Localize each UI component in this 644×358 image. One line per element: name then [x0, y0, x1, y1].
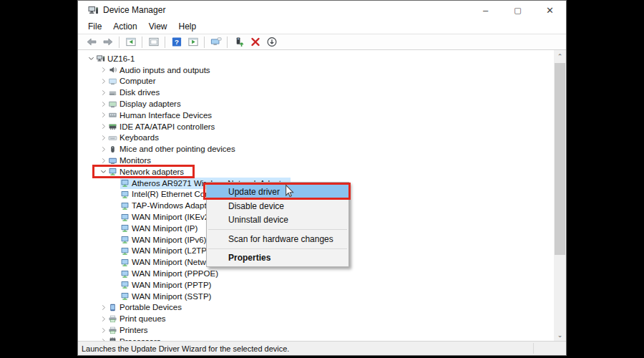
properties-window-icon[interactable] [147, 37, 160, 48]
tree-item[interactable]: WAN Miniport (PPTP) [120, 279, 213, 291]
context-menu-item-uninstall-device[interactable]: Uninstall device [207, 213, 348, 228]
tree-item[interactable]: WAN Miniport (IKEv2) [120, 211, 214, 223]
uninstall-device-icon[interactable] [249, 37, 261, 48]
tree-item-label: WAN Miniport (IP) [132, 224, 197, 233]
tree-row[interactable]: WAN Miniport (PPPOE) [78, 268, 566, 279]
chevron-right-icon[interactable] [99, 133, 108, 142]
tree-item-label: WAN Miniport (L2TP) [132, 246, 210, 255]
context-menu-item-scan-for-hardware-changes[interactable]: Scan for hardware changes [207, 232, 348, 246]
chevron-right-icon[interactable] [99, 77, 108, 86]
help-icon[interactable]: ? [170, 37, 182, 48]
scan-hardware-icon[interactable] [265, 37, 278, 48]
tree-row[interactable]: WAN Miniport (PPTP) [78, 279, 566, 291]
back-arrow-icon[interactable] [85, 37, 97, 48]
chevron-right-icon[interactable] [99, 100, 108, 109]
chevron-down-icon[interactable] [87, 54, 96, 63]
tree-item[interactable]: WAN Miniport (SSTP) [120, 291, 213, 302]
window-title: Device Manager [103, 5, 469, 15]
network-adapter-icon [120, 213, 130, 222]
tree-row[interactable]: Processors [78, 336, 566, 341]
annotation-box-update-driver [203, 183, 351, 200]
close-button[interactable]: ✕ [534, 1, 566, 19]
tree-item-label: Intel(R) Ethernet Conn [132, 190, 214, 198]
network-adapter-icon [120, 223, 130, 233]
context-menu-item-properties[interactable]: Properties [207, 251, 348, 266]
toolbar-separator [204, 37, 205, 48]
network-adapter-icon [120, 291, 130, 301]
tree-item[interactable]: Processors [108, 336, 163, 341]
tree-item[interactable]: UZ16-1 [96, 53, 137, 64]
minimize-button[interactable]: – [469, 1, 502, 19]
tree-item[interactable]: Print queues [108, 313, 168, 324]
show-console-tree-icon[interactable] [125, 37, 137, 48]
scroll-up-icon[interactable]: ⌃ [554, 50, 566, 62]
tree-item[interactable]: Display adapters [108, 98, 183, 110]
tree-row[interactable]: Display adapters [78, 98, 566, 110]
network-adapter-icon [120, 190, 130, 199]
computer-monitor-icon [108, 77, 117, 86]
mouse-cursor-icon [285, 184, 294, 198]
chevron-right-icon[interactable] [99, 314, 108, 324]
tree-item-label: Display adapters [119, 100, 181, 108]
tree-item[interactable]: WAN Miniport (IPv6) [120, 234, 208, 246]
tree-item[interactable]: Intel(R) Ethernet Conn [120, 189, 216, 200]
chevron-right-icon[interactable] [99, 65, 108, 74]
display-adapter-icon [108, 100, 117, 109]
tree-item-label: WAN Miniport (IKEv2) [132, 213, 212, 221]
annotation-box-network-adapters [92, 165, 195, 178]
tree-item[interactable]: IDE ATA/ATAPI controllers [108, 121, 217, 132]
tree-item[interactable]: Mice and other pointing devices [108, 143, 238, 155]
tree-row[interactable]: Disk drives [78, 87, 566, 98]
update-driver-icon[interactable] [233, 37, 245, 48]
tree-item[interactable]: Portable Devices [108, 302, 184, 314]
chevron-right-icon[interactable] [99, 145, 108, 154]
tree-item-label: Disk drives [119, 88, 160, 97]
tree-row[interactable]: Mice and other pointing devices [78, 143, 566, 155]
chevron-right-icon[interactable] [99, 326, 108, 335]
maximize-button[interactable]: ▢ [502, 1, 534, 19]
portable-device-icon [108, 303, 117, 312]
menu-file[interactable]: File [82, 20, 107, 33]
scrollbar-thumb[interactable] [555, 63, 565, 255]
scroll-down-icon[interactable]: ⌄ [554, 329, 566, 341]
tree-item[interactable]: Audio inputs and outputs [108, 64, 213, 76]
chevron-right-icon[interactable] [99, 110, 108, 120]
tree-item[interactable]: WAN Miniport (PPPOE) [120, 268, 220, 279]
tree-row[interactable]: Computer [78, 76, 566, 87]
context-menu-item-disable-device[interactable]: Disable device [207, 199, 348, 213]
tree-item[interactable]: WAN Miniport (IP) [120, 223, 200, 234]
tree-row[interactable]: IDE ATA/ATAPI controllers [78, 121, 566, 132]
chevron-right-icon[interactable] [99, 156, 108, 165]
tree-row[interactable]: Keyboards [78, 132, 566, 144]
tree-row[interactable]: Print queues [78, 313, 566, 324]
chevron-spacer [111, 178, 120, 188]
tree-item[interactable]: Printers [108, 324, 150, 336]
tree-row[interactable]: Printers [78, 324, 566, 336]
tree-row[interactable]: UZ16-1 [78, 53, 566, 64]
vertical-scrollbar[interactable]: ⌃ ⌄ [554, 50, 566, 341]
action-pane-icon[interactable] [187, 37, 199, 48]
tree-item[interactable]: Human Interface Devices [108, 110, 214, 121]
printer-icon [108, 326, 117, 335]
tree-row[interactable]: WAN Miniport (SSTP) [78, 291, 566, 302]
tree-item[interactable]: Keyboards [108, 132, 161, 144]
remote-popup-icon[interactable] [210, 37, 222, 48]
tree-row[interactable]: Portable Devices [78, 302, 566, 314]
menu-view[interactable]: View [143, 20, 173, 33]
tree-item[interactable]: WAN Miniport (L2TP) [120, 246, 212, 257]
ide-controller-icon [108, 122, 117, 131]
svg-text:?: ? [174, 38, 178, 46]
tree-item-label: Portable Devices [119, 303, 182, 311]
tree-item[interactable]: TAP-Windows Adapte [120, 200, 213, 211]
menu-action[interactable]: Action [107, 20, 142, 33]
chevron-spacer [111, 280, 120, 289]
chevron-right-icon[interactable] [99, 122, 108, 131]
tree-item[interactable]: Disk drives [108, 87, 162, 98]
menu-help[interactable]: Help [173, 20, 203, 33]
tree-row[interactable]: Audio inputs and outputs [78, 64, 566, 76]
forward-arrow-icon[interactable] [102, 37, 114, 48]
chevron-right-icon[interactable] [99, 88, 108, 97]
tree-item[interactable]: Computer [108, 76, 158, 87]
tree-row[interactable]: Human Interface Devices [78, 110, 566, 121]
chevron-right-icon[interactable] [99, 303, 108, 312]
